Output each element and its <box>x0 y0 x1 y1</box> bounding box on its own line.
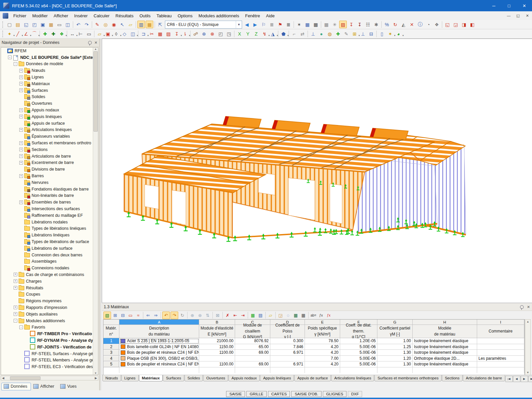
column-letter-A[interactable]: A <box>119 320 199 325</box>
expand-icon[interactable]: + <box>14 306 17 309</box>
material-cell[interactable]: 1150.00 <box>199 344 235 350</box>
zoom-out-icon[interactable]: ⊗ <box>208 30 216 38</box>
next-load-case-icon[interactable]: ▶ <box>251 21 259 28</box>
show-loads-icon[interactable]: ⚐ <box>260 21 267 28</box>
table-tab-appuis-de-surface[interactable]: Appuis de surface <box>294 375 331 381</box>
navigator-tab-données[interactable]: Données <box>1 383 31 390</box>
expand-icon[interactable]: + <box>19 161 23 165</box>
table-tab-mat-riaux[interactable]: Matériaux <box>139 375 163 381</box>
material-cell[interactable]: 1.20E-05 <box>340 338 377 344</box>
notes-icon[interactable]: ▱ <box>267 312 274 319</box>
view-z-icon[interactable]: Z <box>252 30 260 38</box>
material-description-cell[interactable]: Bois lamellé-collé GL24h | NF EN 14080:2 <box>119 344 199 350</box>
modules-icon[interactable]: ❖ <box>433 21 441 28</box>
column-letter-G[interactable]: G <box>377 320 413 325</box>
window4-icon[interactable]: ◧ <box>468 21 476 28</box>
tree-item[interactable]: +Cas de charge et combinaisons <box>1 271 93 278</box>
tree-item[interactable]: +Appuis nodaux <box>1 107 93 113</box>
toolbar-grip[interactable] <box>2 31 4 37</box>
tree-item[interactable]: Épaisseurs variables <box>1 133 93 140</box>
tree-item[interactable]: Fondations élastiques de barre <box>1 186 93 193</box>
iso-view2-icon[interactable]: ◳ <box>225 30 233 38</box>
new-member-icon[interactable]: ✚ <box>41 30 49 38</box>
status-toggle-cartes[interactable]: CARTES <box>268 391 290 397</box>
snap-icon[interactable]: ⇱ <box>156 21 164 28</box>
tree-item[interactable]: +Articulations linéiques <box>1 127 93 133</box>
expand-icon[interactable]: + <box>19 128 23 132</box>
material-cell[interactable]: 1.25 <box>377 344 413 350</box>
select-cursor-icon[interactable]: ↖ <box>118 21 126 28</box>
menu-fichier[interactable]: Fichier <box>10 11 29 20</box>
edit-mode-icon[interactable]: ✎ <box>93 21 101 28</box>
calculator-icon[interactable]: ▦ <box>300 312 307 319</box>
navigator-toggle-icon[interactable]: ▥ <box>137 21 145 28</box>
material-description-cell[interactable]: Bois de peuplier et résineux C24 | NF EN <box>119 361 199 367</box>
export-picture-icon[interactable]: ◲ <box>277 312 284 319</box>
expand-icon[interactable]: + <box>19 141 23 145</box>
expand-icon[interactable]: + <box>14 279 17 283</box>
tree-item[interactable]: +Surfaces et membranes orthotro <box>1 140 93 146</box>
menu-calculer[interactable]: Calculer <box>91 11 113 20</box>
delete-row-icon[interactable]: ⊟ <box>119 312 126 319</box>
loads-display-icon[interactable]: ↧ <box>347 21 355 28</box>
new-member-set-icon[interactable]: ✚ <box>50 30 57 38</box>
tree-item[interactable]: Types de libérations linéiques <box>1 225 93 232</box>
show-load-values-icon[interactable]: ≣ <box>268 21 276 28</box>
tree-item[interactable]: Connexions nodales <box>1 265 93 271</box>
tree-item[interactable]: Appuis de surface <box>1 120 93 127</box>
row-number-1[interactable]: 1 <box>103 338 119 344</box>
loads-display2-icon[interactable]: ↧ <box>356 21 363 28</box>
tree-item[interactable]: Types de libérations de surface <box>1 238 93 245</box>
dimension-icon[interactable]: ↔▾ <box>68 30 76 38</box>
print-icon[interactable]: ▭ <box>56 21 63 28</box>
column-header-D[interactable]: Coefficient de Poissν [-] <box>270 325 305 338</box>
material-cell[interactable]: 1100.00 <box>199 361 235 367</box>
material-cell[interactable]: Isotrope linéairement élastique <box>413 361 477 367</box>
expand-icon[interactable]: + <box>19 148 23 151</box>
pencil2-icon[interactable]: ✎ <box>342 30 350 38</box>
collapse-icon[interactable]: - <box>14 319 17 323</box>
column-header-F[interactable]: Coeff. de dilat. therm.α [1/°C] <box>340 325 377 338</box>
tree-item[interactable]: +Articulations de barre <box>1 153 93 160</box>
tree-item[interactable]: RF-STEEL Members - Analyse gé <box>1 357 93 363</box>
expand-icon[interactable]: + <box>14 273 17 276</box>
generate-mesh-icon[interactable]: ▦ <box>323 21 330 28</box>
material-cell[interactable]: 4.20 <box>305 350 340 356</box>
search-icon[interactable]: ◌ <box>285 312 292 319</box>
menu-options[interactable]: Options <box>175 11 196 20</box>
table-tab-n-uds[interactable]: Nœuds <box>102 375 121 381</box>
column-header-H[interactable]: Modèlede matériau <box>413 325 477 338</box>
table-tab-surfaces-et-membranes-orthotropes[interactable]: Surfaces et membranes orthotropes <box>374 375 441 381</box>
tree-item[interactable]: RF-DYNAM Pro - Analyse dy <box>1 337 93 344</box>
row-number-2[interactable]: 2 <box>103 344 119 350</box>
calc-selection-icon[interactable]: ▦ <box>304 21 311 28</box>
scroll-left-icon[interactable]: ◀ <box>1 376 5 380</box>
nodal-load-icon[interactable]: ↧▾ <box>173 30 181 38</box>
status-toggle-dxf[interactable]: DXF <box>348 391 362 397</box>
tree-item[interactable]: +Nœuds <box>1 67 93 74</box>
tree-item[interactable]: Intersections des surfaces <box>1 205 93 212</box>
expand-icon[interactable]: + <box>19 75 23 79</box>
history-icon[interactable]: ◔ <box>425 21 432 28</box>
fe-mesh-toggle-icon[interactable]: ▨ <box>339 21 347 28</box>
tree-item[interactable]: RF-TIMBER Pro - Vérificatio <box>1 331 93 337</box>
tree-item[interactable]: +Objets auxiliaires <box>1 311 93 318</box>
column-header-B[interactable]: Module d'élasticitéE [kN/cm²] <box>199 325 235 338</box>
model-manager-icon[interactable]: ◰ <box>31 21 38 28</box>
menu-tableau[interactable]: Tableau <box>154 11 175 20</box>
print-preview-icon[interactable]: ◫ <box>64 21 71 28</box>
display-settings-icon[interactable]: ✱ <box>372 21 380 28</box>
menu-modifier[interactable]: Modifier <box>29 11 51 20</box>
material-cell[interactable]: 4.20 <box>305 361 340 367</box>
percent-icon[interactable]: % <box>383 21 391 28</box>
tree-item[interactable]: +Appuis linéiques <box>1 113 93 120</box>
expand-icon[interactable]: + <box>19 200 23 204</box>
expand-icon[interactable]: + <box>19 154 23 158</box>
row-number-3[interactable]: 3 <box>103 350 119 356</box>
scroll-down-icon[interactable]: ▼ <box>94 372 97 375</box>
status-toggle-saisie-d-ob-[interactable]: SAISIE D'OB. <box>291 391 322 397</box>
chevron-down-icon[interactable]: ▾ <box>402 34 404 37</box>
new-arc-icon[interactable]: ⌒▾ <box>31 30 38 38</box>
connect-members-icon[interactable]: ⊐▾ <box>140 30 147 38</box>
tree-item[interactable]: +Surfaces <box>1 87 93 94</box>
